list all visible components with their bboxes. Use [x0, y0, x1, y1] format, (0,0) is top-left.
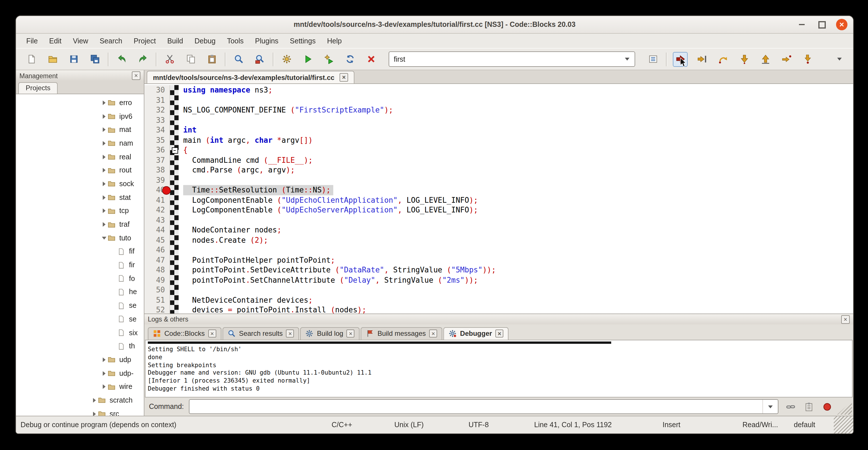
- expand-chevron-icon[interactable]: [100, 371, 108, 376]
- close-tab-icon[interactable]: [286, 330, 294, 337]
- expand-chevron-icon[interactable]: [100, 168, 108, 173]
- tree-item[interactable]: udp-: [16, 367, 144, 380]
- select-target-button[interactable]: [646, 52, 660, 66]
- fold-margin[interactable]: [170, 255, 179, 265]
- tree-item[interactable]: traf: [16, 217, 144, 231]
- tree-item[interactable]: mat: [16, 123, 144, 137]
- fold-margin[interactable]: [170, 295, 179, 305]
- menu-tools[interactable]: Tools: [221, 34, 249, 48]
- expand-chevron-icon[interactable]: [100, 236, 108, 240]
- code-text[interactable]: LogComponentEnable ("UdpEchoServerApplic…: [179, 205, 853, 215]
- window-resize-grip[interactable]: [834, 416, 853, 433]
- expand-chevron-icon[interactable]: [100, 209, 108, 213]
- command-dropdown-button[interactable]: [763, 400, 778, 414]
- code-line[interactable]: 30using namespace ns3;: [144, 85, 853, 95]
- close-tab-icon[interactable]: [429, 330, 437, 337]
- fold-margin[interactable]: [170, 285, 179, 295]
- code-line[interactable]: 40 Time::SetResolution (Time::NS);: [144, 185, 853, 195]
- menu-settings[interactable]: Settings: [284, 34, 321, 48]
- menu-build[interactable]: Build: [161, 34, 189, 48]
- line-number[interactable]: 45: [144, 235, 170, 245]
- fold-margin[interactable]: [170, 145, 179, 155]
- line-number[interactable]: 48: [144, 265, 170, 275]
- copy-button[interactable]: [184, 52, 197, 66]
- expand-chevron-icon[interactable]: [100, 385, 108, 389]
- code-line[interactable]: 50: [144, 285, 853, 295]
- next-instruction-button[interactable]: [779, 52, 793, 66]
- fold-margin[interactable]: [170, 155, 179, 165]
- line-number[interactable]: 30: [144, 85, 170, 95]
- find-in-files-button[interactable]: [253, 52, 267, 66]
- menu-view[interactable]: View: [67, 34, 94, 48]
- tree-item[interactable]: scratch: [16, 393, 144, 407]
- fold-marker-icon[interactable]: [172, 147, 178, 154]
- record-button[interactable]: [820, 400, 834, 414]
- expand-chevron-icon[interactable]: [100, 114, 108, 119]
- code-text[interactable]: {: [179, 145, 853, 155]
- tree-item[interactable]: fif: [16, 245, 144, 258]
- fold-margin[interactable]: [170, 305, 179, 313]
- tree-item[interactable]: se: [16, 312, 144, 326]
- code-line[interactable]: 48 pointToPoint.SetDeviceAttribute ("Dat…: [144, 265, 853, 275]
- code-text[interactable]: NodeContainer nodes;: [179, 225, 853, 235]
- tree-item[interactable]: nam: [16, 137, 144, 150]
- code-line[interactable]: 52 devices = pointToPoint.Install (nodes…: [144, 305, 853, 313]
- expand-chevron-icon[interactable]: [100, 141, 108, 146]
- line-number[interactable]: 51: [144, 295, 170, 305]
- tree-item[interactable]: real: [16, 150, 144, 163]
- expand-chevron-icon[interactable]: [100, 127, 108, 132]
- abort-build-button[interactable]: [364, 52, 378, 66]
- new-file-button[interactable]: [25, 52, 38, 66]
- expand-chevron-icon[interactable]: [90, 412, 98, 416]
- tab-build-messages[interactable]: Build messages: [361, 327, 442, 340]
- redo-button[interactable]: [136, 52, 150, 66]
- close-logs-icon[interactable]: [841, 315, 850, 324]
- code-text[interactable]: int: [179, 125, 853, 135]
- code-text[interactable]: PointToPointHelper pointToPoint;: [179, 255, 853, 265]
- build-button[interactable]: [280, 52, 293, 66]
- line-number[interactable]: 50: [144, 285, 170, 295]
- tree-item[interactable]: stat: [16, 191, 144, 204]
- menu-file[interactable]: File: [21, 34, 43, 48]
- tab-search-results[interactable]: Search results: [222, 327, 299, 340]
- debug-continue-button[interactable]: [673, 52, 688, 66]
- code-text[interactable]: [179, 285, 853, 295]
- fold-margin[interactable]: [170, 165, 179, 175]
- code-text[interactable]: Time::SetResolution (Time::NS);: [179, 185, 853, 195]
- fold-margin[interactable]: [170, 195, 179, 205]
- code-line[interactable]: 47 PointToPointHelper pointToPoint;: [144, 255, 853, 265]
- fold-margin[interactable]: [170, 185, 179, 195]
- tree-item[interactable]: rout: [16, 163, 144, 177]
- expand-chevron-icon[interactable]: [100, 358, 108, 362]
- fold-margin[interactable]: [170, 175, 179, 185]
- code-line[interactable]: 36{: [144, 145, 853, 155]
- tree-item[interactable]: tcp: [16, 204, 144, 217]
- code-line[interactable]: 38 cmd.Parse (argc, argv);: [144, 165, 853, 175]
- code-text[interactable]: [179, 245, 853, 255]
- code-text[interactable]: CommandLine cmd (__FILE__);: [179, 155, 853, 165]
- step-into-button[interactable]: [737, 52, 751, 66]
- step-out-button[interactable]: [758, 52, 772, 66]
- breakpoint-icon[interactable]: [162, 186, 170, 195]
- expand-chevron-icon[interactable]: [100, 195, 108, 200]
- code-text[interactable]: pointToPoint.SetChannelAttribute ("Delay…: [179, 275, 853, 285]
- undo-button[interactable]: [115, 52, 128, 66]
- fold-margin[interactable]: [170, 245, 179, 255]
- code-line[interactable]: 37 CommandLine cmd (__FILE__);: [144, 155, 853, 165]
- close-tab-icon[interactable]: [340, 73, 348, 82]
- expand-chevron-icon[interactable]: [100, 100, 108, 105]
- expand-chevron-icon[interactable]: [90, 398, 98, 402]
- tree-item[interactable]: udp: [16, 353, 144, 366]
- line-number[interactable]: 36: [144, 145, 170, 155]
- line-number[interactable]: 43: [144, 215, 170, 225]
- find-button[interactable]: [232, 52, 245, 66]
- fold-margin[interactable]: [170, 115, 179, 125]
- search-dropdown-button[interactable]: [620, 52, 634, 66]
- code-line[interactable]: 51 NetDeviceContainer devices;: [144, 295, 853, 305]
- save-button[interactable]: [67, 52, 81, 66]
- rebuild-button[interactable]: [343, 52, 357, 66]
- line-number[interactable]: 35: [144, 135, 170, 145]
- maximize-button[interactable]: [816, 19, 828, 30]
- paste-button[interactable]: [205, 52, 219, 66]
- build-and-run-button[interactable]: [322, 52, 336, 66]
